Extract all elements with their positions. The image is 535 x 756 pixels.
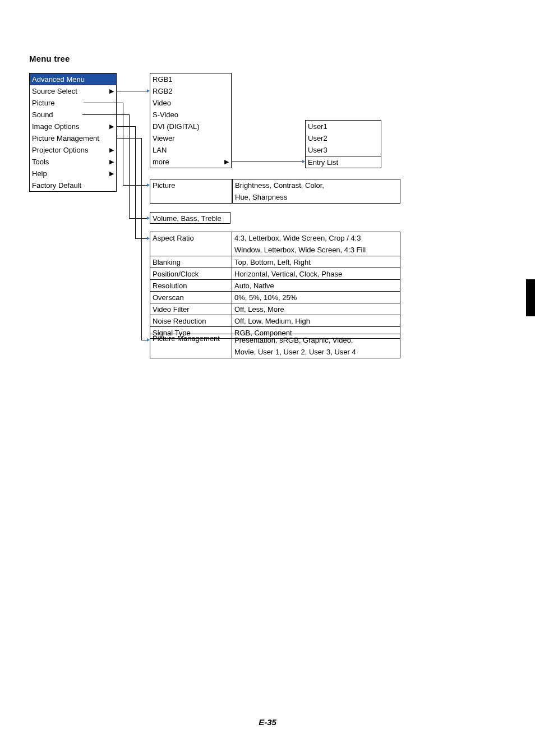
chevron-right-icon: ▶ [109,144,114,156]
menu-item-label: Sound [32,109,53,121]
menu-item: Projector Options▶ [30,144,116,156]
list-item-label: DVI (DIGITAL) [153,121,200,132]
option-value: Presentation, sRGB, Graphic, Video, [234,336,353,344]
menu-item-label: Picture Management [32,132,99,144]
table-row: Aspect Ratio 4:3, Letterbox, Wide Screen… [150,232,400,256]
option-value: Horizontal, Vertical, Clock, Phase [234,268,342,280]
list-item-label: more [153,156,169,168]
picture-label: Picture [150,179,232,191]
list-item: RGB1 [150,73,231,85]
chevron-right-icon: ▶ [109,121,114,132]
option-value: Off, Less, More [234,303,284,315]
list-item: S-Video [150,109,231,121]
page-number: E-35 [0,717,535,727]
list-item-label: RGB2 [153,85,172,97]
list-item-label: S-Video [153,109,178,121]
option-name: Overscan [153,292,184,303]
option-name: Video Filter [153,303,190,315]
menu-item: Help▶ [30,168,116,179]
picture-value: Brightness, Contrast, Color, [233,179,400,191]
image-options-table: Aspect Ratio 4:3, Letterbox, Wide Screen… [150,232,400,339]
option-value: 4:3, Letterbox, Wide Screen, Crop / 4:3 [234,232,361,244]
option-name: Noise Reduction [153,315,206,327]
menu-item-label: Help [32,168,47,179]
menu-item: Tools▶ [30,156,116,168]
list-item: User3 [306,144,381,156]
table-row: Noise Reduction Off, Low, Medium, High [150,315,400,326]
chevron-right-icon: ▶ [109,85,114,97]
list-item: DVI (DIGITAL) [150,121,231,132]
sound-box: Volume, Bass, Treble [150,212,230,224]
list-item: LAN [150,144,231,156]
option-name: Position/Clock [153,268,199,280]
chevron-right-icon: ▶ [109,156,114,168]
list-item: Video [150,97,231,109]
list-item: Entry List [306,156,381,168]
list-item: RGB2 [150,85,231,97]
sound-value: Volume, Bass, Treble [150,213,230,224]
picture-box: Picture [150,179,232,204]
option-value: Auto, Native [234,280,274,292]
list-item: Viewer [150,132,231,144]
list-item: more▶ [150,156,231,168]
list-item: User1 [306,121,381,132]
option-name: Picture Management [153,334,220,343]
advanced-menu-box: Advanced Menu Source Select▶ Picture Sou… [29,73,117,192]
option-value: Off, Low, Medium, High [234,315,310,327]
source-list: RGB1 RGB2 Video S-Video DVI (DIGITAL) Vi… [150,73,232,168]
menu-item-label: Image Options [32,121,80,132]
list-item-label: Viewer [153,132,175,144]
page-title: Menu tree [29,54,70,63]
user-list: User1 User2 User3 Entry List [305,120,381,168]
list-item: User2 [306,132,381,144]
menu-item-label: Source Select [32,85,77,97]
option-value: Top, Bottom, Left, Right [234,256,311,268]
menu-item-label: Tools [32,156,49,168]
picture-value: Hue, Sharpness [233,191,400,203]
option-name: Aspect Ratio [153,232,194,244]
table-row: Blanking Top, Bottom, Left, Right [150,256,400,268]
menu-item: Image Options▶ [30,121,116,132]
menu-item: Picture Management [30,132,116,144]
menu-item-label: Factory Default [32,179,81,191]
page-tab [526,279,535,316]
menu-item: Source Select▶ [30,85,116,97]
table-row: Overscan 0%, 5%, 10%, 25% [150,291,400,303]
menu-item-label: Picture [32,97,54,109]
menu-item-label: Projector Options [32,144,88,156]
option-name: Blanking [153,256,181,268]
chevron-right-icon: ▶ [109,168,114,179]
option-name: Resolution [153,280,187,292]
table-row: Video Filter Off, Less, More [150,303,400,315]
option-value: 0%, 5%, 10%, 25% [234,292,297,303]
picture-values: Brightness, Contrast, Color, Hue, Sharpn… [232,179,400,204]
advanced-menu-title: Advanced Menu [30,73,116,85]
table-row: Position/Clock Horizontal, Vertical, Clo… [150,268,400,279]
option-value: Movie, User 1, User 2, User 3, User 4 [234,348,356,356]
list-item-label: RGB1 [153,73,172,85]
list-item-label: Video [153,97,171,109]
menu-tree-diagram: Advanced Menu Source Select▶ Picture Sou… [29,73,455,381]
table-row: Resolution Auto, Native [150,279,400,291]
chevron-right-icon: ▶ [224,156,229,168]
list-item-label: LAN [153,144,167,156]
picture-management-box: Picture Management Presentation, sRGB, G… [150,334,400,358]
option-value: Window, Letterbox, Wide Screen, 4:3 Fill [234,244,366,256]
menu-item: Factory Default [30,179,116,191]
